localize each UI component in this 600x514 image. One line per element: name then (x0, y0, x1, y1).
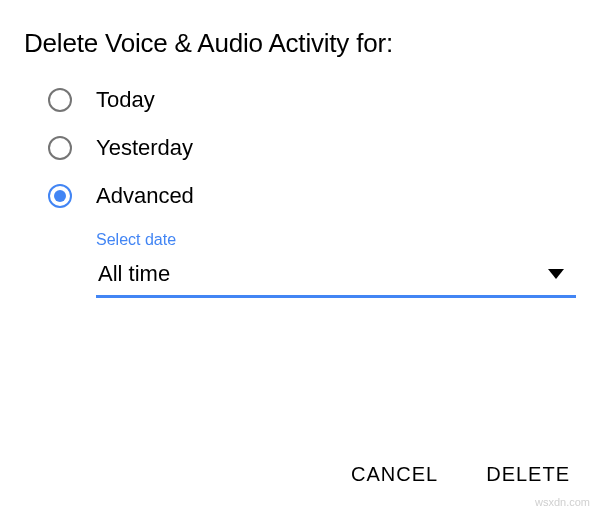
radio-label: Yesterday (96, 135, 193, 161)
radio-option-advanced[interactable]: Advanced (48, 183, 576, 209)
cancel-button[interactable]: CANCEL (351, 463, 438, 486)
radio-icon (48, 136, 72, 160)
delete-button[interactable]: DELETE (486, 463, 570, 486)
radio-label: Today (96, 87, 155, 113)
time-range-radio-group: Today Yesterday Advanced (24, 87, 576, 209)
date-select-value: All time (98, 261, 170, 287)
dialog-actions: CANCEL DELETE (351, 463, 570, 486)
date-select-dropdown[interactable]: All time (96, 255, 576, 298)
radio-option-today[interactable]: Today (48, 87, 576, 113)
radio-dot-icon (54, 190, 66, 202)
radio-icon (48, 88, 72, 112)
watermark-text: wsxdn.com (535, 496, 590, 508)
radio-label: Advanced (96, 183, 194, 209)
date-select-label: Select date (96, 231, 576, 249)
chevron-down-icon (548, 269, 564, 279)
radio-option-yesterday[interactable]: Yesterday (48, 135, 576, 161)
radio-icon-selected (48, 184, 72, 208)
date-select-section: Select date All time (24, 231, 576, 298)
dialog-title: Delete Voice & Audio Activity for: (24, 28, 576, 59)
